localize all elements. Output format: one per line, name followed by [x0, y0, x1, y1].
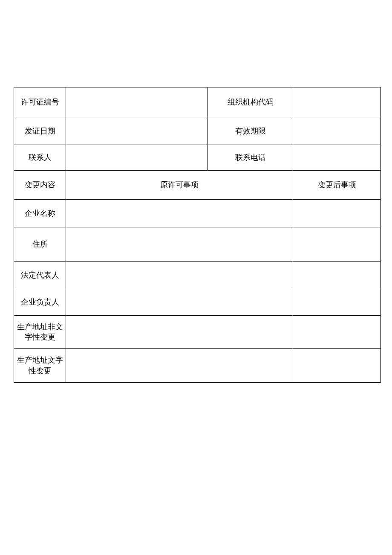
table-row: 生产地址非文字性变更	[14, 316, 381, 349]
label-license-no: 许可证编号	[14, 87, 66, 117]
table-row: 变更内容 原许可事项 变更后事项	[14, 171, 381, 200]
label-valid-until: 有效期限	[208, 117, 293, 145]
table-row: 企业负责人	[14, 289, 381, 316]
label-change-content: 变更内容	[14, 171, 66, 200]
form-table: 许可证编号 组织机构代码 发证日期 有效期限 联系人 联系电话 变更内容 原许可…	[14, 87, 381, 383]
value-license-no	[66, 87, 208, 117]
label-enterprise-name: 企业名称	[14, 200, 66, 227]
table-row: 企业名称	[14, 200, 381, 227]
value-enterprise-name-after	[293, 200, 381, 227]
label-org-code: 组织机构代码	[208, 87, 293, 117]
value-valid-until	[293, 117, 381, 145]
value-enterprise-name-before	[66, 200, 293, 227]
table-row: 生产地址文字性变更	[14, 349, 381, 383]
value-enterprise-principal-after	[293, 289, 381, 316]
label-legal-rep: 法定代表人	[14, 262, 66, 289]
value-org-code	[293, 87, 381, 117]
value-legal-rep-after	[293, 262, 381, 289]
label-prod-addr-text: 生产地址文字性变更	[14, 349, 66, 383]
label-prod-addr-nontext: 生产地址非文字性变更	[14, 316, 66, 349]
label-contact-person: 联系人	[14, 145, 66, 171]
value-contact-person	[66, 145, 208, 171]
value-residence-after	[293, 227, 381, 262]
label-enterprise-principal: 企业负责人	[14, 289, 66, 316]
form-page: 许可证编号 组织机构代码 发证日期 有效期限 联系人 联系电话 变更内容 原许可…	[0, 0, 392, 555]
value-legal-rep-before	[66, 262, 293, 289]
label-contact-phone: 联系电话	[208, 145, 293, 171]
value-enterprise-principal-before	[66, 289, 293, 316]
table-row: 许可证编号 组织机构代码	[14, 87, 381, 117]
value-prod-addr-text-after	[293, 349, 381, 383]
value-prod-addr-nontext-before	[66, 316, 293, 349]
table-row: 联系人 联系电话	[14, 145, 381, 171]
table-row: 住所	[14, 227, 381, 262]
value-residence-before	[66, 227, 293, 262]
value-prod-addr-nontext-after	[293, 316, 381, 349]
value-contact-phone	[293, 145, 381, 171]
label-residence: 住所	[14, 227, 66, 262]
value-issue-date	[66, 117, 208, 145]
table-row: 发证日期 有效期限	[14, 117, 381, 145]
table-row: 法定代表人	[14, 262, 381, 289]
value-prod-addr-text-before	[66, 349, 293, 383]
label-after-change-item: 变更后事项	[293, 171, 381, 200]
label-issue-date: 发证日期	[14, 117, 66, 145]
label-original-item: 原许可事项	[66, 171, 293, 200]
